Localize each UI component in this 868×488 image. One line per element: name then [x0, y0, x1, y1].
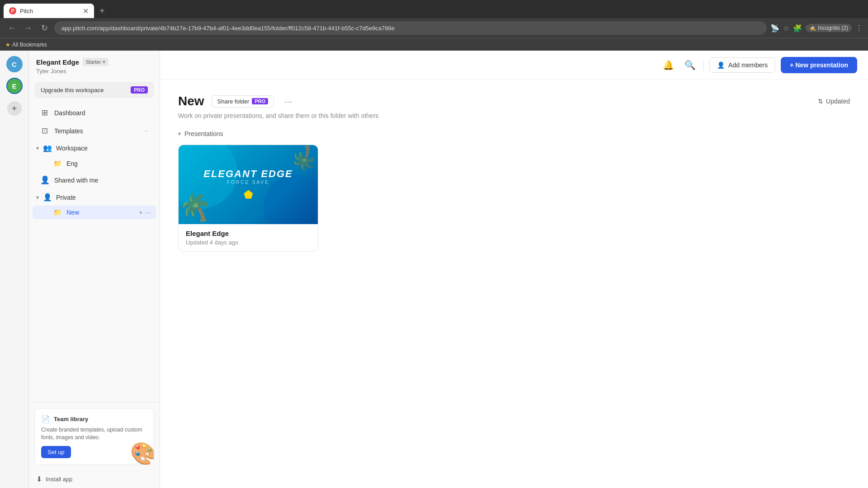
sidebar-item-eng[interactable]: 📁 Eng: [33, 156, 156, 171]
palm-left-icon: 🌴: [179, 188, 216, 224]
bookmarks-label: All Bookmarks: [12, 42, 47, 48]
add-workspace-button[interactable]: +: [7, 101, 22, 116]
new-label: New: [66, 209, 79, 216]
content-header: New Share folder PRO ··· ⇅ Updated: [178, 94, 850, 108]
private-label: Private: [56, 194, 76, 201]
close-tab-icon[interactable]: ✕: [83, 7, 89, 15]
card-logo-icon: ⬟: [244, 188, 253, 201]
workspace-label: Workspace: [56, 145, 88, 152]
sidebar-item-dashboard[interactable]: ⊞ Dashboard: [33, 104, 156, 122]
workspace-icon: 👥: [42, 144, 52, 152]
page-title: New: [178, 94, 204, 108]
sort-button[interactable]: ⇅ Updated: [818, 98, 850, 105]
share-folder-button[interactable]: Share folder PRO: [212, 95, 274, 108]
menu-icon[interactable]: ⋮: [855, 24, 863, 33]
more-options-button[interactable]: ···: [281, 94, 295, 108]
folder-more-icon[interactable]: ···: [145, 209, 151, 216]
main: 🔔 🔍 👤 Add members + New presentation New: [160, 51, 868, 488]
folder-icon: 📁: [53, 160, 62, 168]
pro-badge: PRO: [131, 86, 148, 94]
sidebar-section-private[interactable]: ▾ 👤 Private: [29, 189, 160, 205]
workspace-chevron-icon: ▾: [36, 145, 39, 151]
chevron-down-icon: ▾: [103, 59, 105, 65]
shared-label: Shared with me: [54, 177, 149, 184]
sidebar-item-shared[interactable]: 👤 Shared with me: [33, 171, 156, 189]
content-area: New Share folder PRO ··· ⇅ Updated Work …: [160, 80, 868, 488]
new-tab-button[interactable]: +: [96, 6, 108, 16]
sidebar-item-new[interactable]: 📁 New + ···: [33, 206, 156, 219]
add-to-folder-icon[interactable]: +: [139, 209, 142, 216]
topbar-divider: [703, 60, 704, 70]
sidebar-section-workspace[interactable]: ▾ 👥 Workspace: [29, 140, 160, 156]
templates-arrow: →: [143, 127, 149, 134]
card-info: Elegant Edge Updated 4 days ago: [179, 224, 318, 251]
eng-label: Eng: [66, 160, 78, 167]
card-name: Elegant Edge: [186, 230, 311, 237]
new-folder-icon: 📁: [53, 208, 62, 216]
cast-icon[interactable]: 📡: [770, 24, 779, 33]
sidebar-item-templates[interactable]: ⊡ Templates →: [33, 122, 156, 140]
pro-badge-share: PRO: [252, 98, 268, 104]
private-icon: 👤: [42, 193, 52, 202]
browser-tabs: P Pitch ✕ +: [0, 0, 868, 18]
team-library-desc: Create branded templates, upload custom …: [41, 426, 147, 441]
address-bar[interactable]: [54, 21, 767, 35]
avatar-c[interactable]: C: [6, 56, 23, 72]
notifications-button[interactable]: 🔔: [660, 57, 676, 73]
sidebar-nav: ⊞ Dashboard ⊡ Templates → ▾ 👥 Workspace …: [29, 102, 160, 221]
presentation-card[interactable]: 🌴 🌴 ELEGANT EDGE FORCE SAVE ⬟ Elegant Ed…: [178, 145, 318, 252]
install-label: Install app: [46, 476, 72, 483]
avatar-e[interactable]: E: [6, 78, 23, 94]
card-thumbnail: 🌴 🌴 ELEGANT EDGE FORCE SAVE ⬟: [179, 145, 318, 224]
upgrade-workspace-button[interactable]: Upgrade this workspace PRO: [34, 82, 154, 98]
card-title-overlay: ELEGANT EDGE: [203, 168, 293, 180]
new-folder-actions: + ···: [139, 209, 151, 216]
starter-label: Starter: [86, 59, 101, 65]
download-icon: ⬇: [36, 475, 42, 483]
team-library-title: Team library: [54, 416, 88, 422]
templates-label: Templates: [54, 127, 138, 135]
sort-label: Updated: [826, 98, 850, 105]
card-thumbnail-bg: 🌴 🌴 ELEGANT EDGE FORCE SAVE ⬟: [179, 145, 318, 224]
presentations-section: ▾ Presentations 🌴 🌴 ELEGANT EDGE FORCE S…: [178, 130, 850, 252]
back-button[interactable]: ←: [5, 22, 18, 34]
search-button[interactable]: 🔍: [682, 57, 698, 73]
share-folder-label: Share folder: [217, 98, 250, 105]
tab-title: Pitch: [20, 8, 79, 14]
browser-toolbar: ← → ↻ 📡 ☆ 🧩 🕵 Incognito (2) ⋮: [0, 18, 868, 38]
star-icon[interactable]: ☆: [783, 24, 789, 33]
sort-icon: ⇅: [818, 98, 823, 105]
topbar: 🔔 🔍 👤 Add members + New presentation: [160, 51, 868, 80]
new-presentation-button[interactable]: + New presentation: [781, 57, 857, 73]
browser-tab-active[interactable]: P Pitch ✕: [4, 4, 94, 18]
forward-button[interactable]: →: [22, 22, 34, 34]
setup-button[interactable]: Set up: [41, 446, 71, 458]
card-updated: Updated 4 days ago: [186, 239, 311, 246]
bookmarks-item[interactable]: ★ All Bookmarks: [5, 42, 47, 48]
pitch-favicon: P: [9, 7, 16, 14]
extensions-icon[interactable]: 🧩: [793, 24, 802, 33]
sidebar-bottom: 📄 Team library Create branded templates,…: [29, 402, 160, 488]
dashboard-icon: ⊞: [40, 108, 50, 117]
sidebar: Elegant Edge Starter ▾ Tyler Jones Upgra…: [29, 51, 160, 488]
shared-icon: 👤: [40, 175, 50, 185]
team-library-card: 📄 Team library Create branded templates,…: [34, 408, 154, 465]
card-subtitle-overlay: FORCE SAVE: [227, 180, 269, 185]
add-members-button[interactable]: 👤 Add members: [709, 57, 775, 73]
topbar-right: 🔔 🔍 👤 Add members + New presentation: [660, 57, 857, 73]
content-subtitle: Work on private presentations, and share…: [178, 112, 850, 119]
install-app-item[interactable]: ⬇ Install app: [29, 470, 160, 488]
presentations-label: Presentations: [184, 130, 223, 137]
add-members-icon: 👤: [717, 61, 725, 69]
icon-rail: C E +: [0, 51, 29, 488]
library-icon: 📄: [41, 415, 50, 423]
cards-grid: 🌴 🌴 ELEGANT EDGE FORCE SAVE ⬟ Elegant Ed…: [178, 145, 850, 252]
reload-button[interactable]: ↻: [38, 22, 51, 34]
templates-icon: ⊡: [40, 126, 50, 136]
sidebar-top: Elegant Edge Starter ▾ Tyler Jones: [29, 51, 160, 78]
incognito-badge[interactable]: 🕵 Incognito (2): [806, 24, 852, 32]
incognito-icon: 🕵: [809, 25, 816, 31]
dashboard-label: Dashboard: [54, 109, 149, 117]
presentations-section-toggle[interactable]: ▾ Presentations: [178, 130, 850, 137]
palm-right-icon: 🌴: [290, 145, 318, 171]
